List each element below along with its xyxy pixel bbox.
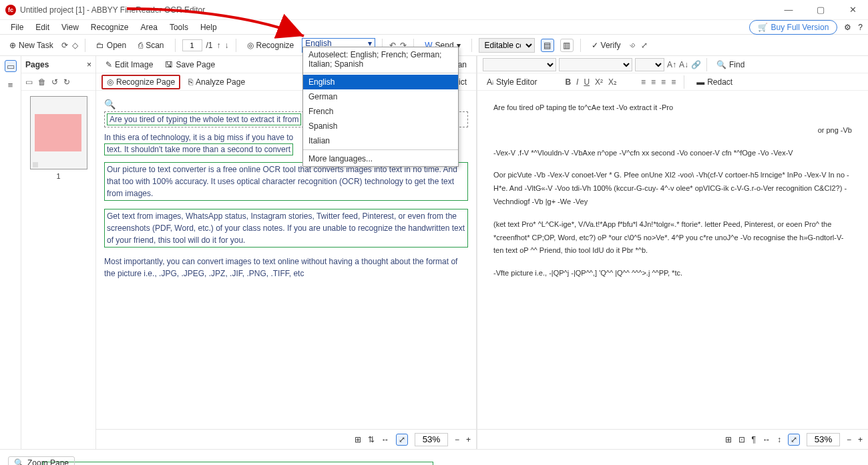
fit-icon[interactable]: ⤢ <box>396 434 408 446</box>
scanner-icon: ⎙ <box>138 41 143 50</box>
zoom-pane-canvas[interactable]: Are you tired of typing the whole text t… <box>0 450 868 465</box>
pilcrow-icon[interactable]: ¶ <box>752 435 756 444</box>
fit-icon[interactable]: ⤢ <box>788 434 800 446</box>
width-icon[interactable]: ↔ <box>381 435 389 444</box>
verify-button[interactable]: ✓Verify <box>588 39 625 52</box>
menu-edit[interactable]: Edit <box>30 21 55 33</box>
layout-mode-b-button[interactable]: ▥ <box>560 39 574 52</box>
page-up-icon[interactable]: ↑ <box>217 41 221 50</box>
menu-view[interactable]: View <box>56 21 84 33</box>
scan-button[interactable]: ⎙Scan <box>134 39 168 52</box>
zoom-pane-text: Are you tired of typing the whole text t… <box>43 462 433 465</box>
language-option[interactable]: English <box>303 75 458 89</box>
font-style-select[interactable] <box>559 58 632 71</box>
analyze-page-button[interactable]: ⎘Analyze Page <box>184 76 249 88</box>
layout-mode-a-button[interactable]: ▤ <box>541 39 554 52</box>
language-option[interactable]: German <box>303 89 458 104</box>
sync-icon[interactable]: ⟳ <box>61 41 68 50</box>
italic-button[interactable]: I <box>576 77 578 87</box>
find-button[interactable]: 🔍Find <box>712 59 748 71</box>
page-down-icon[interactable]: ↓ <box>225 41 229 50</box>
delete-page-icon[interactable]: 🗑 <box>38 77 46 87</box>
rotate-right-icon[interactable]: ↻ <box>63 77 70 87</box>
open-button[interactable]: 🗀Open <box>92 39 130 52</box>
magnifier-icon[interactable]: 🔍 <box>104 99 116 109</box>
stack-icon[interactable]: ◇ <box>72 41 78 50</box>
menu-tools[interactable]: Tools <box>164 21 194 33</box>
text-para: (ket text Pro* ^L^CK-ige*, V/Va.t!*App f… <box>493 218 852 258</box>
decrease-font-icon[interactable]: A↓ <box>679 60 688 69</box>
zoom-pane-label: Zoom Pane <box>27 458 69 465</box>
superscript-button[interactable]: X² <box>595 77 603 87</box>
add-page-icon[interactable]: ▭ <box>25 77 33 87</box>
menu-file[interactable]: File <box>5 21 29 33</box>
recognize-page-label: Recognize Page <box>116 77 175 87</box>
align-justify-button[interactable]: ≡ <box>671 77 676 87</box>
minimize-button[interactable]: — <box>779 5 799 15</box>
menu-help[interactable]: Help <box>195 21 222 33</box>
recognize-page-button[interactable]: ◎Recognize Page <box>101 75 180 89</box>
font-size-select[interactable] <box>635 58 664 71</box>
language-dropdown[interactable]: Autoselect: English; French; German; Ita… <box>302 47 459 167</box>
page-number-input[interactable] <box>182 39 202 51</box>
language-option[interactable]: Spanish <box>303 119 458 133</box>
menu-recognize[interactable]: Recognize <box>85 21 134 33</box>
text-zoom-select[interactable] <box>807 433 840 446</box>
open-label: Open <box>107 41 126 50</box>
edit-image-button[interactable]: ✎Edit Image <box>101 59 157 71</box>
increase-font-icon[interactable]: A↑ <box>667 60 676 69</box>
search-icon: 🔍 <box>716 60 726 69</box>
subscript-button[interactable]: X₂ <box>608 77 617 87</box>
scan-label: Scan <box>146 41 164 50</box>
text-para: -Vex-V .f-V *^Vlouldn-V -VbAxe n^ope -V^… <box>493 147 852 160</box>
tool-icon-b[interactable]: ⤢ <box>641 41 648 50</box>
page-view-icon[interactable]: ▭ <box>5 60 17 72</box>
list-view-icon[interactable]: ≡ <box>5 79 17 91</box>
font-family-select[interactable] <box>483 58 556 71</box>
rotate-left-icon[interactable]: ↺ <box>51 77 58 87</box>
align-center-button[interactable]: ≡ <box>651 77 656 87</box>
thumbs-icon[interactable]: ⊞ <box>355 435 361 444</box>
zoom-out-icon[interactable]: − <box>847 435 851 444</box>
help-icon[interactable]: ? <box>858 23 863 32</box>
zoom-out-icon[interactable]: − <box>455 435 459 444</box>
split-icon[interactable]: ⇅ <box>368 435 375 444</box>
save-page-button[interactable]: 🖫Save Page <box>161 59 219 71</box>
height-icon[interactable]: ↕ <box>777 435 781 444</box>
style-editor-button[interactable]: AᵢStyle Editor <box>483 76 541 88</box>
text-para: -Vfte picture i.e., -|QP^j -|QP^^,] 'Q^^… <box>493 267 852 280</box>
language-autoselect[interactable]: Autoselect: English; French; German; Ita… <box>303 47 458 71</box>
underline-button[interactable]: U <box>584 77 590 87</box>
editable-copy-select[interactable]: Editable copy <box>479 38 535 53</box>
zoom-in-icon[interactable]: + <box>858 435 863 444</box>
recognize-button[interactable]: ◎Recognize <box>243 39 298 52</box>
settings-icon[interactable]: ⚙ <box>844 23 851 32</box>
split-icon[interactable]: ⊡ <box>738 435 745 444</box>
language-option[interactable]: Italian <box>303 133 458 148</box>
maximize-button[interactable]: ▢ <box>811 5 831 15</box>
align-right-button[interactable]: ≡ <box>661 77 666 87</box>
close-panel-icon[interactable]: × <box>87 60 91 69</box>
bold-button[interactable]: B <box>565 77 571 87</box>
close-window-button[interactable]: ✕ <box>843 5 863 15</box>
menu-area[interactable]: Area <box>136 21 163 33</box>
thumbs-icon[interactable]: ⊞ <box>725 435 732 444</box>
cart-icon: 🛒 <box>758 23 768 32</box>
zoom-in-icon[interactable]: + <box>466 435 471 444</box>
new-task-button[interactable]: ⊕New Task <box>5 39 57 52</box>
save-page-label: Save Page <box>176 60 215 69</box>
align-left-button[interactable]: ≡ <box>641 77 646 87</box>
page-thumbnail[interactable] <box>30 96 87 169</box>
redact-button[interactable]: ▬Redact <box>692 76 736 88</box>
pages-panel-title: Pages <box>25 60 87 69</box>
zoom-pane-tag[interactable]: 🔍 Zoom Pane <box>8 456 75 465</box>
recognized-text-body[interactable]: Are fou tired oP taping tle to^cAe text … <box>477 91 868 429</box>
image-zoom-select[interactable] <box>415 433 448 446</box>
width-icon[interactable]: ↔ <box>763 435 771 444</box>
tool-icon-a[interactable]: ꩜ <box>629 41 637 50</box>
language-option[interactable]: French <box>303 104 458 119</box>
app-icon: fc <box>5 5 16 15</box>
link-icon[interactable]: 🔗 <box>691 60 701 69</box>
language-more[interactable]: More languages... <box>303 151 458 166</box>
buy-full-version-button[interactable]: 🛒 Buy Full Version <box>749 20 838 35</box>
